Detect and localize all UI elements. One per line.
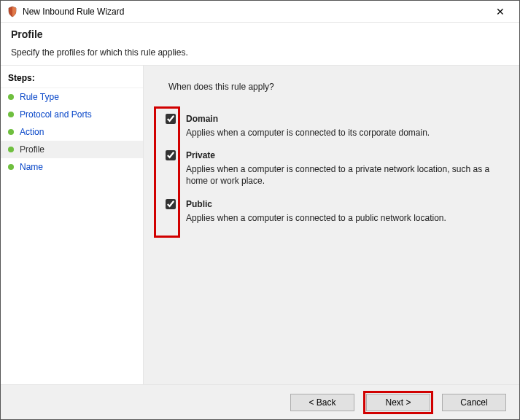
step-label: Profile — [20, 144, 44, 155]
footer-buttons: < Back Next > Cancel — [1, 384, 519, 419]
option-description: Applies when a computer is connected to … — [186, 212, 500, 224]
option-label: Private — [186, 150, 215, 160]
step-label: Action — [20, 127, 44, 137]
sidebar-step-profile[interactable]: Profile — [1, 141, 143, 158]
sidebar-step-name[interactable]: Name — [1, 158, 143, 176]
back-button[interactable]: < Back — [290, 394, 354, 411]
wizard-window: New Inbound Rule Wizard ✕ Profile Specif… — [0, 0, 520, 420]
checkbox-public[interactable] — [166, 199, 176, 209]
option-description: Applies when a computer is connected to … — [186, 163, 500, 187]
title-bar: New Inbound Rule Wizard ✕ — [1, 1, 519, 23]
step-bullet-icon — [8, 112, 14, 117]
page-subtitle: Specify the profiles for which this rule… — [11, 47, 509, 58]
back-button-wrap: < Back — [290, 394, 354, 411]
step-bullet-icon — [8, 147, 14, 152]
sidebar-step-rule-type[interactable]: Rule Type — [1, 88, 143, 106]
profile-option-domain: DomainApplies when a computer is connect… — [166, 114, 506, 139]
checkbox-domain[interactable] — [166, 114, 176, 124]
shield-icon — [7, 6, 18, 18]
next-button[interactable]: Next > — [366, 394, 430, 411]
step-bullet-icon — [8, 94, 14, 100]
option-row: Private — [166, 150, 506, 160]
close-button[interactable]: ✕ — [486, 1, 515, 22]
steps-sidebar: Steps: Rule TypeProtocol and PortsAction… — [1, 66, 144, 413]
step-label: Rule Type — [20, 92, 59, 102]
question-text: When does this rule apply? — [168, 82, 506, 92]
profile-options: DomainApplies when a computer is connect… — [166, 114, 506, 224]
option-description: Applies when a computer is connected to … — [186, 127, 500, 139]
page-title: Profile — [11, 28, 509, 40]
option-label: Public — [186, 199, 212, 209]
page-header: Profile Specify the profiles for which t… — [1, 23, 519, 65]
cancel-button-wrap: Cancel — [442, 394, 506, 411]
steps-list: Rule TypeProtocol and PortsActionProfile… — [1, 88, 143, 176]
cancel-button[interactable]: Cancel — [442, 394, 506, 411]
step-label: Protocol and Ports — [20, 109, 92, 120]
content-pane: When does this rule apply? DomainApplies… — [144, 66, 519, 413]
body: Steps: Rule TypeProtocol and PortsAction… — [1, 65, 519, 413]
sidebar-step-action[interactable]: Action — [1, 123, 143, 141]
step-bullet-icon — [8, 164, 14, 170]
step-bullet-icon — [8, 129, 14, 135]
next-button-wrap: Next > — [363, 391, 433, 414]
option-row: Domain — [166, 114, 506, 124]
profile-option-private: PrivateApplies when a computer is connec… — [166, 150, 506, 187]
close-icon: ✕ — [496, 6, 505, 18]
step-label: Name — [20, 162, 43, 172]
sidebar-step-protocol-and-ports[interactable]: Protocol and Ports — [1, 106, 143, 123]
window-title: New Inbound Rule Wizard — [23, 7, 486, 17]
checkbox-private[interactable] — [166, 150, 176, 160]
profile-option-public: PublicApplies when a computer is connect… — [166, 199, 506, 224]
steps-heading: Steps: — [1, 70, 143, 88]
option-row: Public — [166, 199, 506, 209]
option-label: Domain — [186, 114, 218, 124]
